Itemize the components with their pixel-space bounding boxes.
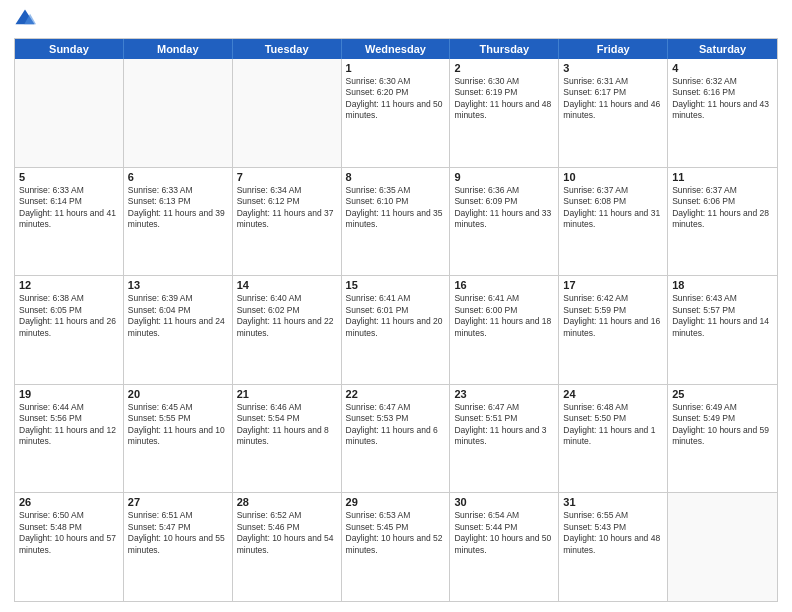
day-number: 28: [237, 496, 337, 508]
cell-info: Sunrise: 6:37 AM Sunset: 6:06 PM Dayligh…: [672, 185, 773, 231]
day-number: 23: [454, 388, 554, 400]
empty-cell-0-1: [124, 59, 233, 167]
week-row-4: 19Sunrise: 6:44 AM Sunset: 5:56 PM Dayli…: [15, 385, 777, 494]
day-number: 29: [346, 496, 446, 508]
cell-info: Sunrise: 6:51 AM Sunset: 5:47 PM Dayligh…: [128, 510, 228, 556]
cell-info: Sunrise: 6:49 AM Sunset: 5:49 PM Dayligh…: [672, 402, 773, 448]
day-cell-18: 18Sunrise: 6:43 AM Sunset: 5:57 PM Dayli…: [668, 276, 777, 384]
header-day-monday: Monday: [124, 39, 233, 59]
day-cell-19: 19Sunrise: 6:44 AM Sunset: 5:56 PM Dayli…: [15, 385, 124, 493]
empty-cell-4-6: [668, 493, 777, 601]
cell-info: Sunrise: 6:42 AM Sunset: 5:59 PM Dayligh…: [563, 293, 663, 339]
cell-info: Sunrise: 6:33 AM Sunset: 6:14 PM Dayligh…: [19, 185, 119, 231]
day-cell-9: 9Sunrise: 6:36 AM Sunset: 6:09 PM Daylig…: [450, 168, 559, 276]
cell-info: Sunrise: 6:44 AM Sunset: 5:56 PM Dayligh…: [19, 402, 119, 448]
day-number: 17: [563, 279, 663, 291]
cell-info: Sunrise: 6:41 AM Sunset: 6:00 PM Dayligh…: [454, 293, 554, 339]
day-cell-14: 14Sunrise: 6:40 AM Sunset: 6:02 PM Dayli…: [233, 276, 342, 384]
day-number: 8: [346, 171, 446, 183]
header-day-wednesday: Wednesday: [342, 39, 451, 59]
day-cell-8: 8Sunrise: 6:35 AM Sunset: 6:10 PM Daylig…: [342, 168, 451, 276]
header-day-friday: Friday: [559, 39, 668, 59]
cell-info: Sunrise: 6:37 AM Sunset: 6:08 PM Dayligh…: [563, 185, 663, 231]
header-day-sunday: Sunday: [15, 39, 124, 59]
day-number: 3: [563, 62, 663, 74]
day-cell-7: 7Sunrise: 6:34 AM Sunset: 6:12 PM Daylig…: [233, 168, 342, 276]
day-number: 13: [128, 279, 228, 291]
cell-info: Sunrise: 6:36 AM Sunset: 6:09 PM Dayligh…: [454, 185, 554, 231]
day-cell-1: 1Sunrise: 6:30 AM Sunset: 6:20 PM Daylig…: [342, 59, 451, 167]
day-cell-21: 21Sunrise: 6:46 AM Sunset: 5:54 PM Dayli…: [233, 385, 342, 493]
day-number: 30: [454, 496, 554, 508]
cell-info: Sunrise: 6:34 AM Sunset: 6:12 PM Dayligh…: [237, 185, 337, 231]
cell-info: Sunrise: 6:31 AM Sunset: 6:17 PM Dayligh…: [563, 76, 663, 122]
cell-info: Sunrise: 6:47 AM Sunset: 5:53 PM Dayligh…: [346, 402, 446, 448]
cell-info: Sunrise: 6:30 AM Sunset: 6:20 PM Dayligh…: [346, 76, 446, 122]
cell-info: Sunrise: 6:54 AM Sunset: 5:44 PM Dayligh…: [454, 510, 554, 556]
week-row-5: 26Sunrise: 6:50 AM Sunset: 5:48 PM Dayli…: [15, 493, 777, 601]
cell-info: Sunrise: 6:52 AM Sunset: 5:46 PM Dayligh…: [237, 510, 337, 556]
empty-cell-0-2: [233, 59, 342, 167]
day-cell-13: 13Sunrise: 6:39 AM Sunset: 6:04 PM Dayli…: [124, 276, 233, 384]
logo-icon: [14, 8, 36, 30]
calendar: SundayMondayTuesdayWednesdayThursdayFrid…: [14, 38, 778, 602]
day-cell-5: 5Sunrise: 6:33 AM Sunset: 6:14 PM Daylig…: [15, 168, 124, 276]
cell-info: Sunrise: 6:33 AM Sunset: 6:13 PM Dayligh…: [128, 185, 228, 231]
day-number: 20: [128, 388, 228, 400]
day-cell-11: 11Sunrise: 6:37 AM Sunset: 6:06 PM Dayli…: [668, 168, 777, 276]
day-number: 12: [19, 279, 119, 291]
day-number: 7: [237, 171, 337, 183]
cell-info: Sunrise: 6:47 AM Sunset: 5:51 PM Dayligh…: [454, 402, 554, 448]
day-cell-12: 12Sunrise: 6:38 AM Sunset: 6:05 PM Dayli…: [15, 276, 124, 384]
cell-info: Sunrise: 6:41 AM Sunset: 6:01 PM Dayligh…: [346, 293, 446, 339]
week-row-2: 5Sunrise: 6:33 AM Sunset: 6:14 PM Daylig…: [15, 168, 777, 277]
day-number: 27: [128, 496, 228, 508]
day-cell-24: 24Sunrise: 6:48 AM Sunset: 5:50 PM Dayli…: [559, 385, 668, 493]
day-cell-31: 31Sunrise: 6:55 AM Sunset: 5:43 PM Dayli…: [559, 493, 668, 601]
day-number: 1: [346, 62, 446, 74]
day-cell-29: 29Sunrise: 6:53 AM Sunset: 5:45 PM Dayli…: [342, 493, 451, 601]
day-number: 25: [672, 388, 773, 400]
day-number: 4: [672, 62, 773, 74]
header-day-thursday: Thursday: [450, 39, 559, 59]
day-cell-20: 20Sunrise: 6:45 AM Sunset: 5:55 PM Dayli…: [124, 385, 233, 493]
day-number: 15: [346, 279, 446, 291]
cell-info: Sunrise: 6:43 AM Sunset: 5:57 PM Dayligh…: [672, 293, 773, 339]
day-number: 6: [128, 171, 228, 183]
cell-info: Sunrise: 6:30 AM Sunset: 6:19 PM Dayligh…: [454, 76, 554, 122]
day-number: 21: [237, 388, 337, 400]
cell-info: Sunrise: 6:32 AM Sunset: 6:16 PM Dayligh…: [672, 76, 773, 122]
cell-info: Sunrise: 6:40 AM Sunset: 6:02 PM Dayligh…: [237, 293, 337, 339]
day-number: 24: [563, 388, 663, 400]
day-number: 9: [454, 171, 554, 183]
day-cell-30: 30Sunrise: 6:54 AM Sunset: 5:44 PM Dayli…: [450, 493, 559, 601]
header: [14, 10, 778, 30]
day-cell-23: 23Sunrise: 6:47 AM Sunset: 5:51 PM Dayli…: [450, 385, 559, 493]
day-cell-2: 2Sunrise: 6:30 AM Sunset: 6:19 PM Daylig…: [450, 59, 559, 167]
day-number: 18: [672, 279, 773, 291]
cell-info: Sunrise: 6:35 AM Sunset: 6:10 PM Dayligh…: [346, 185, 446, 231]
header-day-tuesday: Tuesday: [233, 39, 342, 59]
logo: [14, 10, 38, 30]
cell-info: Sunrise: 6:38 AM Sunset: 6:05 PM Dayligh…: [19, 293, 119, 339]
day-cell-10: 10Sunrise: 6:37 AM Sunset: 6:08 PM Dayli…: [559, 168, 668, 276]
day-cell-22: 22Sunrise: 6:47 AM Sunset: 5:53 PM Dayli…: [342, 385, 451, 493]
day-number: 26: [19, 496, 119, 508]
cell-info: Sunrise: 6:50 AM Sunset: 5:48 PM Dayligh…: [19, 510, 119, 556]
day-number: 22: [346, 388, 446, 400]
day-number: 14: [237, 279, 337, 291]
cell-info: Sunrise: 6:45 AM Sunset: 5:55 PM Dayligh…: [128, 402, 228, 448]
day-number: 16: [454, 279, 554, 291]
day-number: 2: [454, 62, 554, 74]
cell-info: Sunrise: 6:39 AM Sunset: 6:04 PM Dayligh…: [128, 293, 228, 339]
page: SundayMondayTuesdayWednesdayThursdayFrid…: [0, 0, 792, 612]
day-number: 31: [563, 496, 663, 508]
empty-cell-0-0: [15, 59, 124, 167]
day-number: 11: [672, 171, 773, 183]
week-row-1: 1Sunrise: 6:30 AM Sunset: 6:20 PM Daylig…: [15, 59, 777, 168]
day-cell-27: 27Sunrise: 6:51 AM Sunset: 5:47 PM Dayli…: [124, 493, 233, 601]
day-cell-17: 17Sunrise: 6:42 AM Sunset: 5:59 PM Dayli…: [559, 276, 668, 384]
day-cell-4: 4Sunrise: 6:32 AM Sunset: 6:16 PM Daylig…: [668, 59, 777, 167]
day-cell-25: 25Sunrise: 6:49 AM Sunset: 5:49 PM Dayli…: [668, 385, 777, 493]
day-cell-26: 26Sunrise: 6:50 AM Sunset: 5:48 PM Dayli…: [15, 493, 124, 601]
